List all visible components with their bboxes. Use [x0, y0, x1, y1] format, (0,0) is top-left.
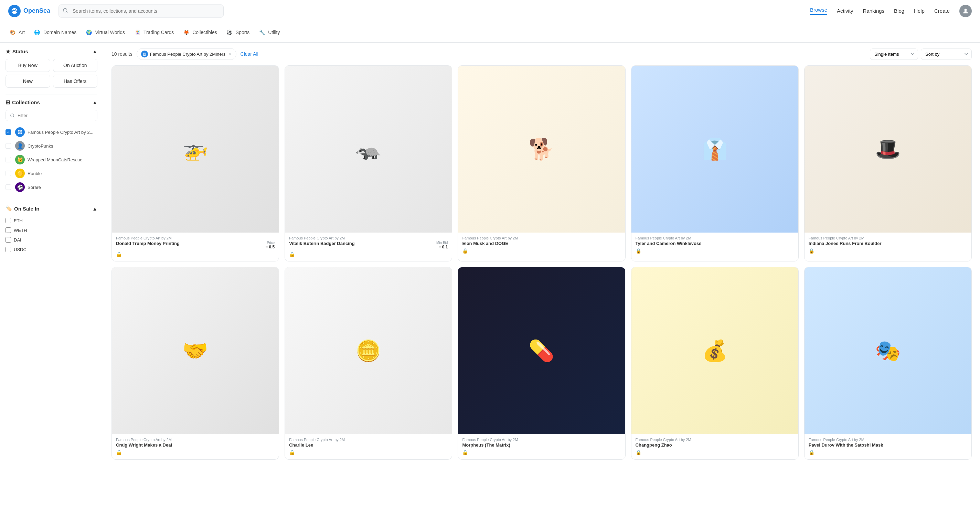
- nft-name-row: Elon Musk and DOGE: [462, 241, 621, 246]
- nft-name-row: Craig Wright Makes a Deal: [116, 442, 275, 448]
- on-sale-eth[interactable]: ETH: [5, 216, 97, 225]
- status-buy-now[interactable]: Buy Now: [5, 59, 50, 72]
- nft-card-body: Famous People Crypto Art by 2M Vitalik B…: [285, 232, 452, 261]
- nft-price: ≡ 0.5: [265, 245, 275, 250]
- nav-create[interactable]: Create: [934, 8, 950, 14]
- content-header: 10 results 🖼 Famous People Crypto Art by…: [111, 48, 972, 60]
- on-sale-weth[interactable]: WETH: [5, 225, 97, 235]
- status-has-offers[interactable]: Has Offers: [53, 75, 98, 88]
- logo-icon: [8, 5, 21, 17]
- lock-icon: 🔒: [636, 450, 794, 455]
- status-new[interactable]: New: [5, 75, 50, 88]
- sort-by-select[interactable]: Sort by Recently Listed Price: Low to Hi…: [921, 49, 972, 60]
- nft-card-body: Famous People Crypto Art by 2M Pavel Dur…: [805, 434, 971, 459]
- nft-card-image: 💊: [458, 267, 625, 434]
- filter-tag-remove-button[interactable]: ×: [229, 51, 232, 57]
- collection-item[interactable]: ⚽ Sorare: [5, 180, 97, 194]
- nft-name: Changpeng Zhao: [636, 442, 794, 448]
- nav-rankings[interactable]: Rankings: [863, 8, 885, 14]
- collection-name: Wrapped MoonCatsRescue: [27, 157, 82, 162]
- nft-card[interactable]: 👔 Famous People Crypto Art by 2M Tyler a…: [631, 65, 799, 261]
- collection-item[interactable]: ✓ 🖼 Famous People Crypto Art by 2...: [5, 125, 97, 139]
- nft-card-body: Famous People Crypto Art by 2M Elon Musk…: [458, 232, 625, 258]
- nft-card[interactable]: 🚁 Famous People Crypto Art by 2M Donald …: [111, 65, 279, 261]
- nft-price-label: Min Bid: [436, 241, 448, 245]
- logo-text: OpenSea: [24, 7, 50, 14]
- filter-tag-icon: 🖼: [141, 51, 148, 57]
- category-trading-cards[interactable]: 🃏 Trading Cards: [133, 27, 174, 38]
- svg-line-5: [13, 116, 14, 117]
- category-virtual-worlds[interactable]: 🌍 Virtual Worlds: [85, 27, 125, 38]
- search-input[interactable]: [59, 5, 224, 18]
- nft-price-label: Price: [265, 241, 275, 245]
- nft-card-body: Famous People Crypto Art by 2M Changpeng…: [632, 434, 798, 459]
- nft-price-block: Price≡ 0.5: [265, 241, 275, 250]
- nft-price-block: Min Bid≡ 0.1: [436, 241, 448, 250]
- nft-card[interactable]: 🎩 Famous People Crypto Art by 2M Indiana…: [804, 65, 972, 261]
- collection-item[interactable]: 👤 CryptoPunks: [5, 139, 97, 153]
- single-items-select[interactable]: Single Items Bundles: [870, 49, 918, 60]
- on-sale-header[interactable]: 🏷️ On Sale In ▲: [5, 205, 97, 212]
- on-sale-usdc[interactable]: USDC: [5, 245, 97, 254]
- collection-name: Rarible: [27, 171, 41, 176]
- collection-item[interactable]: 🐱 Wrapped MoonCatsRescue: [5, 153, 97, 167]
- lock-icon: 🔒: [289, 450, 448, 455]
- dai-checkbox[interactable]: [5, 237, 11, 243]
- status-header[interactable]: ★ Status ▲: [5, 48, 97, 55]
- nft-name-row: Changpeng Zhao: [636, 442, 794, 448]
- usdc-checkbox[interactable]: [5, 247, 11, 252]
- nav-help[interactable]: Help: [914, 8, 924, 14]
- nft-card-image: 💰: [632, 267, 798, 434]
- category-utility[interactable]: 🔧 Utility: [258, 27, 280, 38]
- collections-chevron-icon: ▲: [92, 99, 97, 105]
- nft-name: Craig Wright Makes a Deal: [116, 442, 275, 448]
- nft-card[interactable]: 🎭 Famous People Crypto Art by 2M Pavel D…: [804, 267, 972, 460]
- nft-name: Pavel Durov With the Satoshi Mask: [809, 442, 967, 448]
- category-sports[interactable]: ⚽ Sports: [225, 27, 250, 38]
- category-domain-names[interactable]: 🌐 Domain Names: [33, 27, 76, 38]
- lock-icon: 🔒: [116, 450, 275, 455]
- nft-card[interactable]: 💰 Famous People Crypto Art by 2M Changpe…: [631, 267, 799, 460]
- lock-icon: 🔒: [636, 248, 794, 253]
- nft-name-row: Donald Trump Money Printing Price≡ 0.5: [116, 241, 275, 250]
- nft-collection-name: Famous People Crypto Art by 2M: [809, 236, 967, 240]
- category-art[interactable]: 🎨 Art: [8, 27, 25, 38]
- status-section: ★ Status ▲ Buy Now On Auction New Has Of…: [5, 48, 97, 88]
- nft-card[interactable]: 🪙 Famous People Crypto Art by 2M Charlie…: [285, 267, 452, 460]
- weth-checkbox[interactable]: [5, 228, 11, 233]
- clear-all-link[interactable]: Clear All: [240, 51, 258, 57]
- nft-card-body: Famous People Crypto Art by 2M Tyler and…: [632, 232, 798, 258]
- on-sale-dai[interactable]: DAI: [5, 235, 97, 245]
- status-chevron-icon: ▲: [92, 49, 97, 54]
- nft-name-row: Morpheus (The Matrix): [462, 442, 621, 448]
- nft-collection-name: Famous People Crypto Art by 2M: [462, 236, 621, 240]
- lock-icon: 🔒: [809, 450, 967, 455]
- nft-card[interactable]: 💊 Famous People Crypto Art by 2M Morpheu…: [458, 267, 625, 460]
- status-title: Status: [13, 49, 28, 54]
- nft-card[interactable]: 🐕 Famous People Crypto Art by 2M Elon Mu…: [458, 65, 625, 261]
- nft-card[interactable]: 🦡 Famous People Crypto Art by 2M Vitalik…: [285, 65, 452, 261]
- nft-name-row: Vitalik Buterin Badger Dancing Min Bid≡ …: [289, 241, 448, 250]
- eth-checkbox[interactable]: [5, 218, 11, 223]
- nft-collection-name: Famous People Crypto Art by 2M: [636, 438, 794, 442]
- status-on-auction[interactable]: On Auction: [53, 59, 98, 72]
- art-icon: 🎨: [8, 28, 16, 37]
- logo[interactable]: OpenSea: [8, 5, 50, 17]
- collections-header[interactable]: ⊞ Collections ▲: [5, 99, 97, 106]
- usdc-label: USDC: [14, 247, 27, 252]
- nft-collection-name: Famous People Crypto Art by 2M: [462, 438, 621, 442]
- category-collectibles[interactable]: 🦊 Collectibles: [182, 27, 217, 38]
- main-layout: ★ Status ▲ Buy Now On Auction New Has Of…: [0, 43, 980, 525]
- nft-card-body: Famous People Crypto Art by 2M Donald Tr…: [112, 232, 279, 261]
- collection-checkbox: [5, 143, 11, 149]
- collection-item[interactable]: 🟡 Rarible: [5, 167, 97, 180]
- nav-browse[interactable]: Browse: [810, 7, 827, 15]
- nft-name-row: Pavel Durov With the Satoshi Mask: [809, 442, 967, 448]
- category-utility-label: Utility: [268, 30, 280, 35]
- nav-blog[interactable]: Blog: [894, 8, 904, 14]
- collection-filter-input[interactable]: [18, 113, 93, 118]
- nav-activity[interactable]: Activity: [837, 8, 853, 14]
- nft-card[interactable]: 🤝 Famous People Crypto Art by 2M Craig W…: [111, 267, 279, 460]
- trading-cards-icon: 🃏: [133, 28, 142, 37]
- user-avatar[interactable]: [959, 5, 972, 17]
